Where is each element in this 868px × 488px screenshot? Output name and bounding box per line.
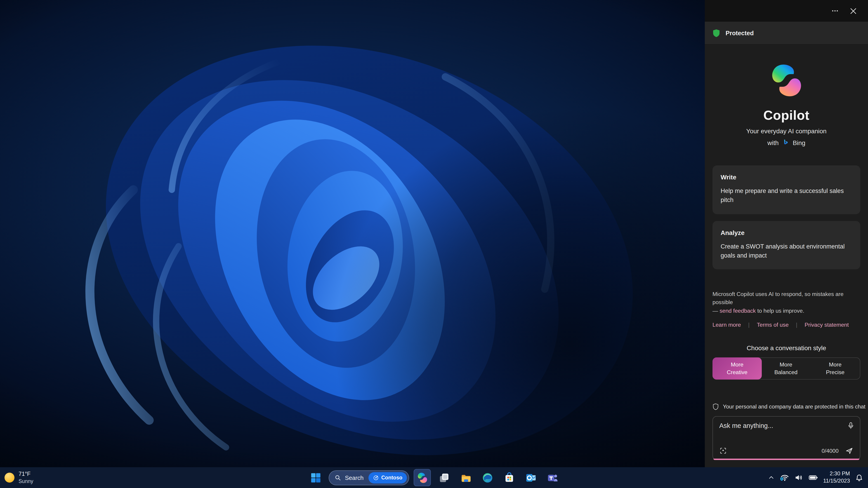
- terms-of-use-link[interactable]: Terms of use: [757, 322, 789, 328]
- start-button[interactable]: [307, 469, 324, 486]
- outlook-button[interactable]: [522, 469, 539, 486]
- store-icon: [503, 472, 515, 483]
- start-icon: [310, 472, 321, 483]
- bing-label: Bing: [793, 139, 805, 146]
- card-body: Create a SWOT analysis about environment…: [721, 242, 852, 260]
- link-divider: |: [748, 322, 749, 328]
- with-label: with: [767, 139, 779, 146]
- battery-icon: [808, 473, 818, 482]
- desktop: Protected Copilot Your everyday AI compa…: [0, 0, 868, 488]
- panel-body: Copilot Your everyday AI companion with …: [705, 45, 868, 467]
- contoso-badge[interactable]: Contoso: [369, 472, 407, 483]
- privacy-note-text: Your personal and company data are prote…: [723, 403, 866, 410]
- volume-button[interactable]: [794, 473, 803, 482]
- copilot-taskbar-button[interactable]: [414, 469, 431, 486]
- weather-text: 71°F Sunny: [19, 471, 33, 484]
- chat-input[interactable]: [719, 422, 854, 447]
- edge-button[interactable]: [479, 469, 496, 486]
- protected-banner: Protected: [705, 22, 868, 45]
- contoso-logo-icon: [373, 475, 379, 481]
- panel-header: [705, 0, 868, 22]
- taskbar-center: Search Contoso: [307, 467, 561, 488]
- copilot-icon: [416, 472, 428, 483]
- mic-button[interactable]: [847, 422, 855, 431]
- send-icon: [845, 447, 854, 455]
- close-icon: [850, 7, 857, 14]
- disclaimer-line1: Microsoft Copilot uses AI to respond, so…: [712, 290, 860, 307]
- privacy-statement-link[interactable]: Privacy statement: [804, 322, 848, 328]
- file-explorer-icon: [460, 472, 471, 483]
- copilot-subtitle: Your everyday AI companion: [712, 127, 860, 135]
- store-button[interactable]: [500, 469, 518, 486]
- screenshot-button[interactable]: [719, 447, 727, 455]
- copilot-panel: Protected Copilot Your everyday AI compa…: [705, 0, 868, 467]
- more-precise-button[interactable]: More Precise: [811, 358, 860, 379]
- teams-button[interactable]: [544, 469, 561, 486]
- volume-icon: [794, 473, 803, 482]
- mic-icon: [847, 422, 855, 430]
- conversation-style-picker: More Creative More Balanced More Precise: [712, 358, 860, 380]
- task-view-button[interactable]: [435, 469, 453, 486]
- outlook-icon: [525, 472, 536, 483]
- conversation-style-heading: Choose a conversation style: [712, 345, 860, 352]
- tray-date: 11/15/2023: [823, 478, 850, 485]
- tray-chevron-icon: [768, 475, 774, 481]
- ai-disclaimer: Microsoft Copilot uses AI to respond, so…: [712, 290, 860, 315]
- search-icon: [335, 474, 341, 481]
- contoso-label: Contoso: [381, 475, 402, 480]
- tray-overflow-button[interactable]: [768, 475, 774, 481]
- task-view-icon: [438, 472, 450, 483]
- send-button[interactable]: [845, 447, 854, 455]
- more-creative-button[interactable]: More Creative: [712, 358, 762, 380]
- privacy-note: Your personal and company data are prote…: [712, 403, 860, 410]
- system-tray: 2:30 PM 11/15/2023: [768, 467, 864, 488]
- weather-widget[interactable]: 71°F Sunny: [4, 467, 33, 488]
- shield-check-icon: [712, 29, 720, 37]
- more-options-icon: [831, 7, 839, 14]
- tray-time: 2:30 PM: [823, 470, 850, 478]
- send-feedback-link[interactable]: send feedback: [719, 308, 756, 314]
- card-title: Write: [721, 173, 852, 181]
- composer-toolbar: 0/4000: [719, 447, 854, 455]
- sunny-icon: [4, 473, 14, 483]
- with-bing-row: with Bing: [712, 139, 860, 147]
- copilot-title: Copilot: [712, 108, 860, 123]
- taskbar: 71°F Sunny Search: [0, 467, 868, 488]
- protected-label: Protected: [725, 30, 754, 36]
- battery-button[interactable]: [808, 473, 818, 482]
- file-explorer-button[interactable]: [457, 469, 474, 486]
- wifi-vpn-icon: [779, 473, 789, 482]
- more-options-button[interactable]: [828, 4, 842, 18]
- composer-area: Your personal and company data are prote…: [712, 403, 860, 467]
- notifications-bell-icon: [855, 473, 864, 482]
- shield-outline-icon: [712, 403, 719, 410]
- edge-icon: [482, 472, 493, 483]
- close-button[interactable]: [846, 4, 860, 18]
- bing-logo-icon: [782, 139, 789, 147]
- search-box[interactable]: Search Contoso: [329, 470, 409, 485]
- write-suggestion-card[interactable]: Write Help me prepare and write a succes…: [712, 165, 860, 214]
- copilot-logo: [769, 63, 804, 98]
- notifications-button[interactable]: [855, 473, 864, 482]
- clock-widget[interactable]: 2:30 PM 11/15/2023: [823, 470, 850, 485]
- analyze-suggestion-card[interactable]: Analyze Create a SWOT analysis about env…: [712, 221, 860, 269]
- weather-condition: Sunny: [19, 478, 33, 484]
- search-label: Search: [345, 474, 364, 481]
- chat-input-box[interactable]: 0/4000: [712, 416, 860, 460]
- disclaimer-line2: — send feedback to help us improve.: [712, 308, 804, 314]
- teams-icon: [547, 472, 558, 483]
- card-body: Help me prepare and write a successful s…: [721, 187, 852, 205]
- card-title: Analyze: [721, 229, 852, 236]
- weather-temperature: 71°F: [19, 471, 33, 478]
- network-button[interactable]: [779, 473, 789, 482]
- screenshot-icon: [719, 447, 727, 455]
- link-divider: |: [796, 322, 797, 328]
- char-counter: 0/4000: [822, 448, 839, 454]
- learn-more-link[interactable]: Learn more: [712, 322, 741, 328]
- more-balanced-button[interactable]: More Balanced: [761, 358, 811, 379]
- footer-links: Learn more | Terms of use | Privacy stat…: [712, 322, 860, 328]
